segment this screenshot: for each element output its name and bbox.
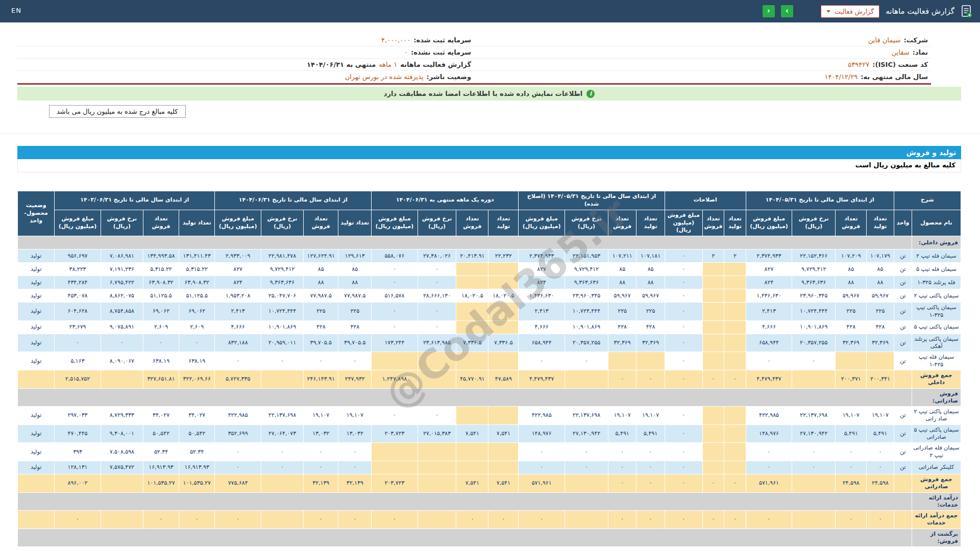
value-cell: ۴۲۲,۹۸۵ [746,407,792,425]
value-cell: ۰ [372,407,418,425]
value-cell: ۰ [304,461,338,474]
value-cell: ۰ [665,289,702,303]
value-cell [702,407,724,425]
unit-cell: تن [894,443,912,461]
column-header: تعداد تولید [488,210,519,236]
value-cell: ۱۲۸,۱۳۱ [55,461,101,474]
value-cell: ۰ [636,474,665,492]
value-cell: ۰ [608,511,636,529]
status-cell: تولید [18,263,55,276]
production-sales-subtitle: کلیه مبالغ به میلیون ریال است [17,159,961,172]
value-cell: ۶۳۸.۱۹ [143,352,179,370]
value-cell: ۱۸,۰۲۰.۵ [456,289,488,303]
language-switch-en[interactable]: EN [11,7,21,14]
value-cell [792,370,836,389]
value-cell: ۵۰,۵۴۲ [143,424,179,443]
value-cell: ۰ [836,511,867,529]
value-cell: ۲,۵۱۵,۷۵۲ [55,370,101,389]
value-cell [456,461,488,474]
column-group-header: از ابتدای سال مالی تا تاریخ ۱۴۰۴/۰۵/۳۱ (… [519,191,665,210]
value-cell [261,370,303,389]
value-cell: ۵۰,۵۴۲ [179,424,215,443]
value-cell: ۸۸ [608,276,636,289]
value-cell [488,320,519,334]
info-icon: i [586,90,595,98]
value-cell: ۸۲۴ [215,276,261,289]
value-cell: ۱۳,۰۳۲ [338,424,372,443]
value-cell: ۰ [418,276,456,289]
value-cell [724,320,746,334]
value-cell: ۲۴۶,۱۴۳.۹۱ [304,370,338,389]
value-cell: ۰ [179,334,215,352]
value-cell: ۲۳,۹۶۰,۳۴۵ [792,289,836,303]
value-cell: ۰ [261,352,303,370]
section-row-fill [18,492,912,511]
next-report-button[interactable]: › [781,5,793,17]
column-header: تعداد فروش [608,210,636,236]
value-cell: ۲۴۷,۹۳۲ [338,370,372,389]
value-cell: ۱۳,۰۳۲ [304,424,338,443]
value-cell: ۰ [665,407,702,425]
value-cell: ۱۶,۹۱۳.۹۳ [179,461,215,474]
value-cell [836,352,867,370]
value-cell: ۰ [665,303,702,321]
value-cell: ۰ [608,443,636,461]
info-row: سرمایه ثبت نشده:۰ [17,46,474,59]
value-cell: ۸۵ [608,263,636,276]
value-cell [724,334,746,352]
column-group-header: دوره یک ماهه منتهی به ۱۴۰۴/۰۶/۳۱ [372,191,519,210]
value-cell: ۲,۳۷۴,۹۳۳ [746,249,792,263]
value-cell: ۶۵۸,۹۴۴ [519,334,565,352]
value-cell: ۳۲۲,۰۶۹.۶۶ [179,370,215,389]
column-header: تعداد فروش [143,210,179,236]
value-cell: ۰ [565,443,608,461]
value-cell: ۲۲۵ [338,303,372,321]
value-cell: ۲۰۰,۳۷۱ [836,370,867,389]
value-cell: ۰ [836,461,867,474]
value-cell: ۴۵,۷۷۰.۹۱ [456,370,488,389]
report-type-dropdown[interactable]: گزارش فعالیت [821,5,879,18]
value-cell: ۰ [179,511,215,529]
value-cell: ۱۲۷,۶۲۴.۹۱ [304,249,338,263]
value-cell [261,511,303,529]
value-cell: ۰ [418,303,456,321]
value-cell: ۳۴,۰۲۷ [143,407,179,425]
value-cell: ۰ [143,511,179,529]
column-header: مبلغ فروش (میلیون ریال) [519,210,565,236]
value-cell: ۵۲.۳۴ [143,443,179,461]
value-cell [867,352,894,370]
status-cell: تولید [18,249,55,263]
value-cell: ۳۵۲,۶۹۹ [215,424,261,443]
previous-report-button[interactable]: ‹ [763,5,775,17]
value-cell: ۷,۵۷۵,۴۷۲ [101,461,143,474]
amounts-note-box: کلیه مبالغ درج شده به میلیون ریال می باش… [49,105,186,118]
column-group-header: از ابتدای سال مالی تا تاریخ ۱۴۰۳/۰۶/۳۱ [55,191,215,210]
value-cell: ۷۷۵,۶۸۴ [215,474,261,492]
status-cell [18,474,55,492]
value-cell: ۱۸,۰۲۰.۵ [488,289,519,303]
value-cell: ۴,۶۶۶ [746,320,792,334]
product-name-cell: سیمان فله تیپ ۵ [912,263,961,276]
value-cell: ۰ [665,263,702,276]
value-cell [636,352,665,370]
info-label: کد صنعت (ISIC): [872,61,928,68]
unit-cell: تن [894,249,912,263]
value-cell: ۷,۵۴۱ [488,474,519,492]
info-label: سرمایه ثبت نشده: [411,48,471,56]
value-cell [418,370,456,389]
value-cell [101,474,143,492]
value-cell: ۰ [746,511,792,529]
unit-cell [894,511,912,529]
value-cell: ۴۲۲,۹۸۵ [519,407,565,425]
value-cell: ۹,۳۶۳,۶۳۶ [792,276,836,289]
product-name-cell: جمع فروش داخلی [912,370,961,389]
value-cell: ۰ [372,276,418,289]
column-header: واحد [894,210,912,236]
value-cell: ۰ [519,443,565,461]
value-cell: ۰ [665,511,702,529]
value-cell: ۶۹,۰۶۲ [179,303,215,321]
value-cell: ۰ [636,511,665,529]
value-cell: ۰ [304,352,338,370]
value-cell: ۴۲۸ [304,320,338,334]
signed-info-banner: i اطلاعات نمایش داده شده با اطلاعات امضا… [17,87,961,101]
